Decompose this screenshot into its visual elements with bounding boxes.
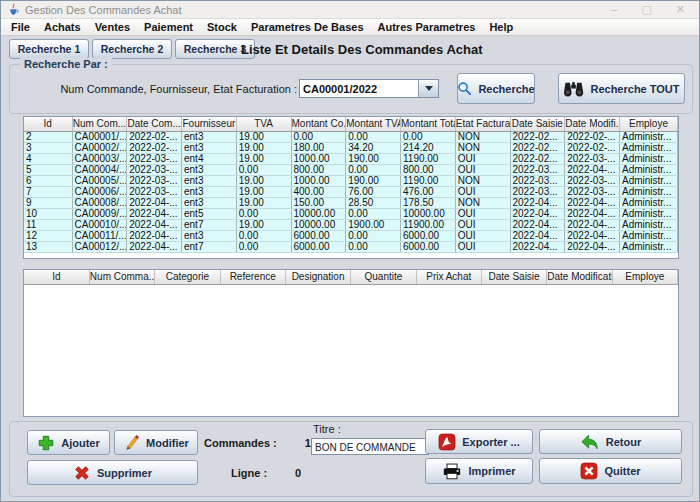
cell[interactable]: 2022-03-... [565,186,620,197]
cell[interactable]: OUI [455,230,510,241]
cell[interactable]: Administr... [620,175,678,186]
cell[interactable]: 9 [24,197,72,208]
cell[interactable]: 0.00 [291,131,346,142]
cell[interactable]: 190.00 [346,175,401,186]
recherche-tab-button[interactable]: Recherche 2 [92,39,172,59]
cell[interactable]: 34.20 [346,142,401,153]
column-header[interactable]: Etat Factura... [455,117,510,131]
column-header[interactable]: Fournisseur [182,117,237,131]
cell[interactable]: 6000.00 [401,230,456,241]
cell[interactable]: 2022-04... [510,197,565,208]
cell[interactable]: ent7 [182,219,237,230]
menu-item[interactable]: File [4,20,37,34]
cell[interactable]: 2022-04-... [127,197,182,208]
cell[interactable]: 2022-04... [510,230,565,241]
cell[interactable]: OUI [455,153,510,164]
cell[interactable]: 0.00 [236,230,291,241]
cell[interactable]: CA00006/... [72,186,127,197]
cell[interactable]: 0.00 [346,230,401,241]
cell[interactable]: 10000.00 [291,208,346,219]
cell[interactable]: 3 [24,142,72,153]
cell[interactable]: 2022-03-... [127,186,182,197]
cell[interactable]: OUI [455,241,510,252]
table-row[interactable]: 4CA00003/...2022-03-...ent419.001000.001… [24,153,678,164]
cell[interactable]: 2022-04-... [127,241,182,252]
cell[interactable]: 7 [24,186,72,197]
cell[interactable]: Administr... [620,219,678,230]
cell[interactable]: ent3 [182,142,237,153]
column-header[interactable]: Montant Co... [291,117,346,131]
orders-table-scrollpane[interactable]: IdNum Com...Date Com...FournisseurTVAMon… [23,116,679,259]
column-header[interactable]: Employe [620,117,678,131]
delete-button[interactable]: Supprimer [27,460,198,485]
back-button[interactable]: Retour [539,429,682,454]
cell[interactable]: 2022-04... [510,208,565,219]
column-header[interactable]: Categorie [155,270,220,284]
cell[interactable]: CA00011/... [72,230,127,241]
menu-item[interactable]: Help [482,20,520,34]
maximize-button[interactable]: ▢ [641,4,651,15]
cell[interactable]: 2022-04... [510,241,565,252]
details-table-scrollpane[interactable]: IdNum Comma...CategorieReferenceDesignat… [23,269,679,417]
cell[interactable]: 5 [24,164,72,175]
table-row[interactable]: 13CA00012/...2022-04-...ent70.006000.000… [24,241,678,252]
cell[interactable]: OUI [455,164,510,175]
cell[interactable]: ent3 [182,197,237,208]
cell[interactable]: Administr... [620,131,678,142]
cell[interactable]: 19.00 [236,197,291,208]
column-header[interactable]: TVA [236,117,291,131]
cell[interactable]: 0.00 [346,131,401,142]
cell[interactable]: 6000.00 [401,241,456,252]
cell[interactable]: 2022-04-... [565,197,620,208]
cell[interactable]: 6000.00 [291,230,346,241]
cell[interactable]: 19.00 [236,131,291,142]
cell[interactable]: 19.00 [236,153,291,164]
cell[interactable]: CA00001/... [72,131,127,142]
cell[interactable]: 476.00 [401,186,456,197]
table-row[interactable]: 9CA00008/...2022-04-...ent319.00150.0028… [24,197,678,208]
cell[interactable]: 0.00 [346,208,401,219]
export-button[interactable]: Exporter ... [425,429,533,454]
cell[interactable]: 1000.00 [291,175,346,186]
table-row[interactable]: 7CA00006/...2022-03-...ent319.00400.0076… [24,186,678,197]
cell[interactable]: 13 [24,241,72,252]
cell[interactable]: 2022-03-... [565,153,620,164]
cell[interactable]: ent3 [182,175,237,186]
cell[interactable]: 2022-03... [510,186,565,197]
minimize-button[interactable]: – [611,4,617,15]
cell[interactable]: NON [455,197,510,208]
cell[interactable]: 2022-04... [510,219,565,230]
table-row[interactable]: 6CA00005/...2022-03-...ent319.001000.001… [24,175,678,186]
cell[interactable]: ent3 [182,164,237,175]
menu-item[interactable]: Ventes [88,20,137,34]
close-button[interactable]: ✕ [676,4,685,15]
cell[interactable]: 11 [24,219,72,230]
search-all-button[interactable]: Recherche TOUT [558,73,685,104]
menu-item[interactable]: Parametres De Bases [244,20,371,34]
column-header[interactable]: Designation [285,270,350,284]
cell[interactable]: 1190.00 [401,175,456,186]
quit-button[interactable]: Quitter [539,458,682,484]
cell[interactable]: 2022-04-... [565,219,620,230]
cell[interactable]: ent3 [182,230,237,241]
menu-item[interactable]: Stock [200,20,244,34]
cell[interactable]: NON [455,175,510,186]
column-header[interactable]: Date Saisie [510,117,565,131]
table-row[interactable]: 2CA00001/...2022-02-...ent319.000.000.00… [24,131,678,142]
column-header[interactable]: Id [24,270,89,284]
search-button[interactable]: Recherche [457,73,535,104]
cell[interactable]: CA00005/... [72,175,127,186]
cell[interactable]: Administr... [620,164,678,175]
cell[interactable]: 28.50 [346,197,401,208]
column-header[interactable]: Quantite [351,270,416,284]
cell[interactable]: 2022-02-... [127,142,182,153]
add-button[interactable]: Ajouter [27,430,110,455]
cell[interactable]: 2022-04-... [565,164,620,175]
cell[interactable]: 19.00 [236,142,291,153]
cell[interactable]: ent5 [182,208,237,219]
cell[interactable]: CA00002/... [72,142,127,153]
cell[interactable]: CA00004/... [72,164,127,175]
column-header[interactable]: Employe [612,270,677,284]
cell[interactable]: 0.00 [236,208,291,219]
cell[interactable]: 12 [24,230,72,241]
